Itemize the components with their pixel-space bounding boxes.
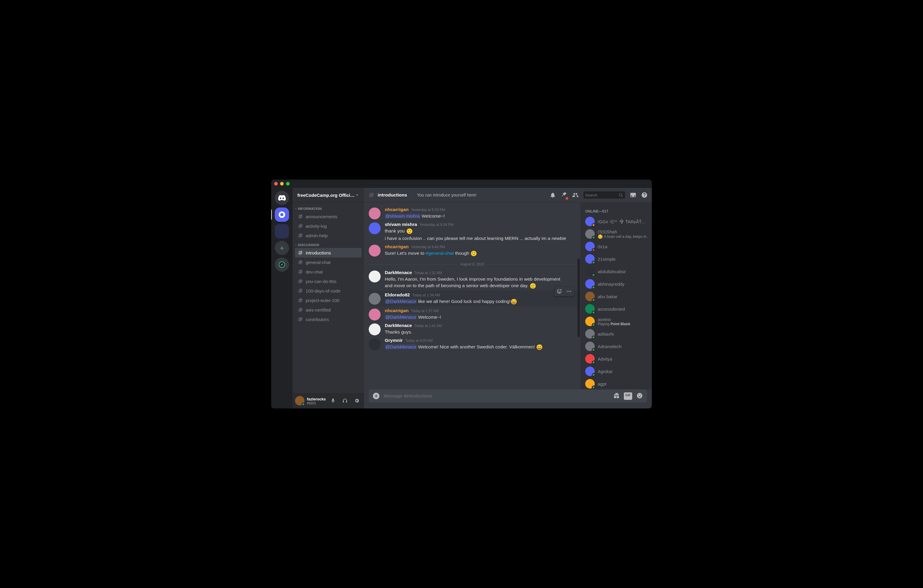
search-input[interactable] <box>585 193 617 197</box>
member-avatar <box>585 242 595 251</box>
channel-header: introductions You can introduce yourself… <box>364 188 652 202</box>
message-input[interactable] <box>384 393 609 399</box>
mute-button[interactable] <box>328 396 338 406</box>
mention[interactable]: @DarkMenace <box>385 344 417 349</box>
header-divider <box>412 192 412 198</box>
fullscreen-window-button[interactable] <box>286 182 290 186</box>
message[interactable]: shivam mishraYesterday at 9:34 PMthank y… <box>369 220 580 242</box>
member-item[interactable]: (SS)Shah😔 A brain cell a day, keeps m… <box>583 228 649 240</box>
member-item[interactable]: Agnikai <box>583 365 649 378</box>
composer-actions: GIF <box>613 393 643 400</box>
close-window-button[interactable] <box>274 182 278 186</box>
channel-introductions[interactable]: introductions <box>295 248 361 258</box>
member-item[interactable]: abhinayreddy <box>583 278 649 290</box>
message-author[interactable]: Grymnir <box>385 338 402 343</box>
message[interactable]: nhcarriganYesterday at 9:33 PM@shivam mi… <box>369 205 580 220</box>
message[interactable]: nhcarriganToday at 1:37 AM@DarkMenace We… <box>369 306 580 321</box>
message-list[interactable]: nhcarriganYesterday at 9:33 PM@shivam mi… <box>364 202 580 389</box>
member-item[interactable]: abdullahcalisir <box>583 265 649 278</box>
channel-label: aws-certified <box>305 307 331 312</box>
channel-project-euler-100[interactable]: project-euler-100 <box>295 296 361 305</box>
message[interactable]: GrymnirToday at 4:03 AM@DarkMenace Welco… <box>369 336 580 351</box>
member-item[interactable]: !GGx ꧁༺ ✞ ༒ARyÃ༒… <box>583 215 649 228</box>
member-item[interactable]: Advitya <box>583 353 649 365</box>
member-info: abhinayreddy <box>598 281 647 287</box>
channel-announcements[interactable]: announcements <box>295 212 361 221</box>
message-author[interactable]: Eldorado82 <box>385 292 410 297</box>
member-name: Adramelech <box>598 344 647 349</box>
add-server-button[interactable]: + <box>275 241 289 255</box>
member-item[interactable]: Adramelech <box>583 340 649 353</box>
member-avatar <box>585 292 595 301</box>
member-name: abdullahcalisir <box>598 269 647 274</box>
channel-category[interactable]: Information <box>292 204 361 212</box>
member-item[interactable]: abu bakar <box>583 290 649 302</box>
emoji-button[interactable] <box>636 393 643 400</box>
channel-admin-help[interactable]: admin-help <box>295 231 361 240</box>
message-avatar[interactable] <box>369 245 381 256</box>
gif-button[interactable]: GIF <box>624 393 632 400</box>
member-item[interactable]: aditiavfx <box>583 328 649 340</box>
mention[interactable]: @DarkMenace <box>385 299 417 304</box>
message-avatar[interactable] <box>369 338 381 350</box>
message-avatar[interactable] <box>369 207 381 219</box>
gift-button[interactable] <box>613 393 620 400</box>
message-author[interactable]: shivam mishra <box>385 222 417 227</box>
inbox-icon[interactable] <box>630 192 636 198</box>
channel-100-days-of-code[interactable]: 100-days-of-code <box>295 286 361 296</box>
channel-general-chat[interactable]: general-chat <box>295 258 361 267</box>
self-avatar[interactable] <box>295 396 304 406</box>
member-item[interactable]: 0x1a <box>583 240 649 253</box>
category-label: Discussion <box>298 243 319 247</box>
mention[interactable]: @DarkMenace <box>385 315 417 320</box>
message-avatar[interactable] <box>369 324 381 335</box>
member-name: abu bakar <box>598 294 647 299</box>
channel-aws-certified[interactable]: aws-certified <box>295 305 361 315</box>
message-author[interactable]: nhcarrigan <box>385 244 409 250</box>
message-avatar[interactable] <box>369 293 381 305</box>
message-avatar[interactable] <box>369 309 381 320</box>
message-composer[interactable]: + GIF <box>369 389 647 402</box>
message[interactable]: DarkMenaceToday at 1:32 AMHello, I'm Aar… <box>369 268 580 291</box>
message-avatar[interactable] <box>369 222 381 234</box>
home-button[interactable] <box>275 191 289 205</box>
add-reaction-button[interactable] <box>555 287 564 296</box>
message-author[interactable]: nhcarrigan <box>385 308 409 313</box>
member-avatar <box>585 304 595 314</box>
message[interactable]: DarkMenaceToday at 1:41 AMThanks guys. <box>369 321 580 336</box>
message-author[interactable]: DarkMenace <box>385 270 412 275</box>
guild-folder[interactable] <box>275 224 289 238</box>
channel-dev-chat[interactable]: dev-chat <box>295 267 361 276</box>
more-actions-button[interactable] <box>564 287 573 296</box>
member-item[interactable]: aceinoPlaying Point Blank <box>583 315 649 328</box>
message-avatar[interactable] <box>369 271 381 283</box>
message[interactable]: Eldorado82Today at 1:34 AM@DarkMenace li… <box>369 291 580 306</box>
member-item[interactable]: agpt <box>583 378 649 389</box>
deafen-button[interactable] <box>340 396 350 406</box>
message-author[interactable]: nhcarrigan <box>385 207 409 212</box>
channel-activity-log[interactable]: activity-log <box>295 221 361 231</box>
message-author[interactable]: DarkMenace <box>385 323 412 328</box>
attach-button[interactable]: + <box>373 393 379 399</box>
pinned-messages-button[interactable] <box>561 191 567 199</box>
member-item[interactable]: 21simple <box>583 253 649 265</box>
search-box[interactable] <box>583 191 625 199</box>
mention[interactable]: @shivam mishra <box>385 214 420 218</box>
bell-icon[interactable] <box>550 192 556 198</box>
help-icon[interactable] <box>641 192 648 198</box>
channel-contributors[interactable]: contributors <box>295 315 361 324</box>
scrollbar-thumb[interactable] <box>578 258 580 337</box>
member-list-toggle[interactable] <box>572 192 579 198</box>
user-settings-button[interactable] <box>352 396 361 406</box>
guild-freecodecamp[interactable] <box>275 207 289 222</box>
self-info: fazlerocks #5221 <box>307 397 326 405</box>
channel-you-can-do-this[interactable]: you-can-do-this <box>295 276 361 286</box>
channel-link[interactable]: #general-chat <box>425 251 454 256</box>
message[interactable]: nhcarriganYesterday at 9:40 PMSure! Let'… <box>369 242 580 258</box>
explore-servers-button[interactable] <box>275 258 289 272</box>
channel-category[interactable]: Discussion <box>292 240 361 248</box>
scrollbar[interactable] <box>578 202 580 389</box>
server-header[interactable]: freeCodeCamp.org Offici… <box>292 188 364 202</box>
member-item[interactable]: accessdenied <box>583 302 649 315</box>
minimize-window-button[interactable] <box>280 182 284 186</box>
